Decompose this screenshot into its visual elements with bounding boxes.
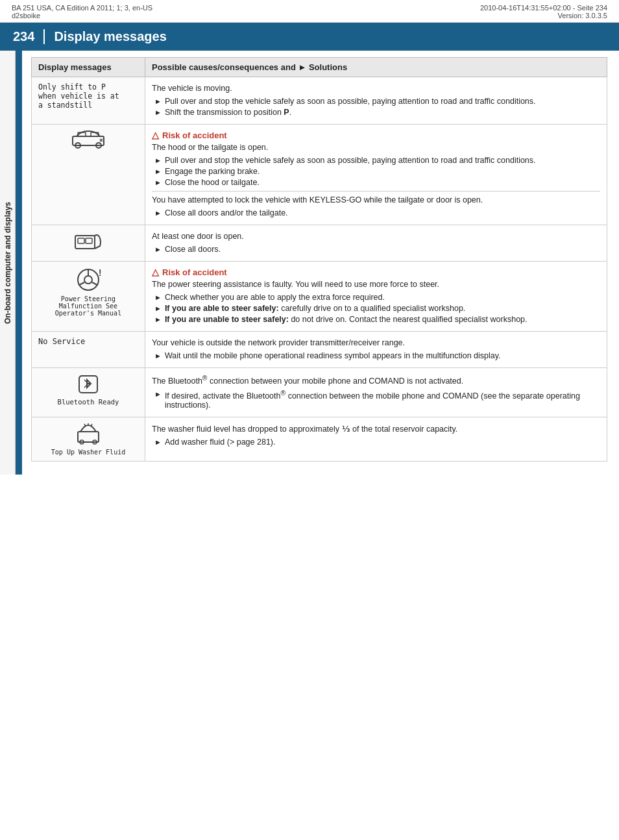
row1-bullet2: ► Shift the transmission to position P.	[152, 108, 600, 117]
svg-line-14	[79, 282, 84, 285]
risk-of-accident-1: △ Risk of accident	[152, 130, 600, 140]
svg-point-12	[84, 276, 92, 284]
row1-bullet1: ► Pull over and stop the vehicle safely …	[152, 97, 600, 106]
section-divider	[152, 191, 600, 191]
col2-header: Possible causes/consequences and ► Solut…	[145, 58, 607, 77]
arrow-icon: ►	[154, 179, 162, 186]
arrow-icon: ►	[154, 304, 162, 312]
warning-triangle-icon: △	[152, 267, 159, 277]
svg-rect-8	[78, 238, 84, 243]
page-title: Display messages	[54, 29, 166, 44]
bluetooth-phone-icon	[74, 373, 103, 395]
row2-right: △ Risk of accident The hood or the tailg…	[145, 125, 607, 225]
table-row: Top Up Washer Fluid The washer fluid lev…	[32, 417, 607, 462]
row2-desc: The hood or the tailgate is open.	[152, 143, 600, 152]
arrow-icon: ►	[154, 108, 162, 116]
washer-fluid-icon	[74, 423, 103, 446]
main-layout: On-board computer and displays Display m…	[0, 51, 619, 475]
arrow-icon: ►	[154, 352, 162, 360]
row7-desc: The washer fluid level has dropped to ap…	[152, 424, 600, 434]
table-row: △ Risk of accident The hood or the tailg…	[32, 125, 607, 225]
arrow-icon: ►	[154, 245, 162, 253]
row4-bullet1: ► Check whether you are able to apply th…	[152, 293, 600, 302]
bluetooth-icon-cell: Bluetooth Ready	[38, 373, 138, 406]
arrow-icon: ►	[154, 390, 162, 398]
row5-right: Your vehicle is outside the network prov…	[145, 332, 607, 368]
row1-desc: The vehicle is moving.	[152, 84, 600, 93]
row4-left: ! Power Steering Malfunction See Operato…	[32, 262, 145, 332]
header-left: BA 251 USA, CA Edition A 2011; 1; 3, en-…	[12, 4, 152, 19]
page-number: 234	[13, 29, 45, 44]
col1-header: Display messages	[32, 58, 145, 77]
header-bar: BA 251 USA, CA Edition A 2011; 1; 3, en-…	[0, 0, 619, 23]
row1-right: The vehicle is moving. ► Pull over and s…	[145, 77, 607, 125]
main-table: Display messages Possible causes/consequ…	[31, 57, 607, 462]
row4-bullet3: ► If you are unable to steer safely: do …	[152, 315, 600, 324]
table-row: Bluetooth Ready The Bluetooth® connectio…	[32, 368, 607, 417]
table-row: At least one door is open. ► Close all d…	[32, 225, 607, 262]
risk-of-accident-2: △ Risk of accident	[152, 267, 600, 277]
row3-right: At least one door is open. ► Close all d…	[145, 225, 607, 262]
row6-bullet1: ► If desired, activate the Bluetooth® co…	[152, 389, 600, 410]
svg-rect-0	[73, 136, 104, 145]
row6-left: Bluetooth Ready	[32, 368, 145, 417]
header-right-line2: Version: 3.0.3.5	[480, 12, 607, 19]
arrow-icon: ►	[154, 156, 162, 164]
header-left-line2: d2sboike	[12, 12, 152, 19]
row5-bullet1: ► Wait until the mobile phone operationa…	[152, 351, 600, 360]
steering-wheel-icon: !	[74, 267, 103, 293]
row2-bullet3: ► Close the hood or tailgate.	[152, 178, 600, 187]
table-row: ! Power Steering Malfunction See Operato…	[32, 262, 607, 332]
row6-right: The Bluetooth® connection between your m…	[145, 368, 607, 417]
row2-bullet4: ► Close all doors and/or the tailgate.	[152, 208, 600, 217]
row7-bullet1: ► Add washer fluid (> page 281).	[152, 438, 600, 447]
row3-desc: At least one door is open.	[152, 232, 600, 241]
hood-car-icon	[71, 130, 105, 151]
door-icon-cell	[38, 230, 138, 251]
row7-right: The washer fluid level has dropped to ap…	[145, 417, 607, 462]
row2-desc2: You have attempted to lock the vehicle w…	[152, 195, 600, 204]
arrow-icon: ►	[154, 97, 162, 105]
arrow-icon: ►	[154, 293, 162, 301]
warning-triangle-icon: △	[152, 130, 159, 140]
row3-bullet1: ► Close all doors.	[152, 245, 600, 254]
steering-icon-cell: ! Power Steering Malfunction See Operato…	[38, 267, 138, 317]
sidebar-label: On-board computer and displays	[3, 202, 12, 324]
table-row: No Service Your vehicle is outside the n…	[32, 332, 607, 368]
row7-left: Top Up Washer Fluid	[32, 417, 145, 462]
row6-desc: The Bluetooth® connection between your m…	[152, 375, 600, 386]
washer-icon-cell: Top Up Washer Fluid	[38, 423, 138, 456]
vertical-sidebar: On-board computer and displays	[0, 51, 16, 475]
arrow-icon: ►	[154, 209, 162, 217]
header-right: 2010-04-16T14:31:55+02:00 - Seite 234 Ve…	[480, 4, 607, 19]
row5-desc: Your vehicle is outside the network prov…	[152, 338, 600, 347]
svg-text:!: !	[97, 267, 103, 278]
arrow-icon: ►	[154, 315, 162, 323]
row2-left	[32, 125, 145, 225]
table-row: Only shift to P when vehicle is at a sta…	[32, 77, 607, 125]
arrow-icon: ►	[154, 438, 162, 446]
title-bar: 234 Display messages	[0, 23, 619, 51]
row1-left: Only shift to P when vehicle is at a sta…	[32, 77, 145, 125]
blue-accent-tab	[16, 51, 22, 475]
row4-desc: The power steering assistance is faulty.…	[152, 280, 600, 289]
svg-rect-9	[86, 238, 92, 243]
header-right-line1: 2010-04-16T14:31:55+02:00 - Seite 234	[480, 4, 607, 12]
row4-right: △ Risk of accident The power steering as…	[145, 262, 607, 332]
hood-icon-cell	[38, 130, 138, 151]
main-content: Display messages Possible causes/consequ…	[22, 51, 619, 475]
row2-bullet2: ► Engage the parking brake.	[152, 167, 600, 176]
row2-bullet1: ► Pull over and stop the vehicle safely …	[152, 156, 600, 165]
page-wrapper: BA 251 USA, CA Edition A 2011; 1; 3, en-…	[0, 0, 619, 475]
door-open-icon	[74, 230, 103, 251]
row5-left: No Service	[32, 332, 145, 368]
row3-left	[32, 225, 145, 262]
row4-bullet2: ► If you are able to steer safely: caref…	[152, 304, 600, 313]
header-left-line1: BA 251 USA, CA Edition A 2011; 1; 3, en-…	[12, 4, 152, 12]
arrow-icon: ►	[154, 167, 162, 175]
svg-line-15	[92, 282, 97, 285]
